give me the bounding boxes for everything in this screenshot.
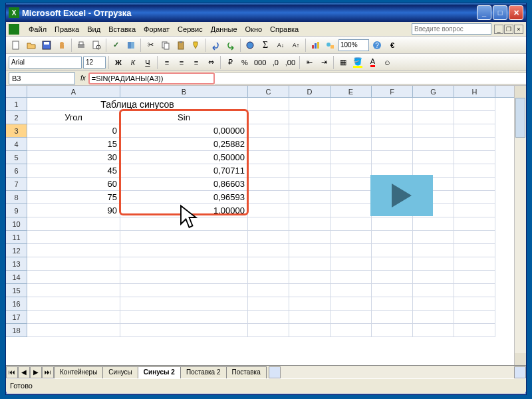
cell[interactable] bbox=[289, 297, 331, 311]
col-header-E[interactable]: E bbox=[331, 86, 372, 97]
cell[interactable] bbox=[413, 217, 454, 231]
cell[interactable] bbox=[289, 124, 331, 138]
font-color-icon[interactable]: A bbox=[366, 56, 379, 69]
cell[interactable] bbox=[331, 244, 372, 257]
cell[interactable] bbox=[413, 231, 454, 244]
cell[interactable] bbox=[454, 311, 495, 324]
tab-nav-first-icon[interactable]: ⏮ bbox=[6, 366, 18, 378]
cell[interactable] bbox=[331, 311, 372, 324]
cell[interactable] bbox=[413, 284, 454, 297]
spelling-icon[interactable]: ✓ bbox=[108, 38, 123, 53]
menu-tools[interactable]: Сервис bbox=[174, 24, 207, 35]
cell[interactable] bbox=[289, 244, 331, 257]
horizontal-scrollbar[interactable] bbox=[269, 366, 526, 378]
cell[interactable] bbox=[454, 284, 495, 297]
cell[interactable] bbox=[331, 111, 372, 124]
cell[interactable] bbox=[120, 244, 248, 257]
cell[interactable] bbox=[372, 311, 413, 324]
cell[interactable] bbox=[27, 271, 120, 284]
paste-icon[interactable] bbox=[174, 38, 188, 53]
cell[interactable] bbox=[454, 324, 495, 337]
cell[interactable] bbox=[289, 324, 331, 337]
cell[interactable] bbox=[331, 231, 372, 244]
cell[interactable] bbox=[120, 231, 248, 244]
cell[interactable] bbox=[27, 324, 120, 337]
row-header[interactable]: 10 bbox=[6, 217, 27, 231]
cell[interactable] bbox=[413, 98, 454, 111]
underline-button[interactable]: Ч bbox=[141, 56, 154, 69]
cell[interactable] bbox=[289, 178, 331, 191]
cell[interactable] bbox=[413, 244, 454, 257]
cell[interactable] bbox=[413, 324, 454, 337]
cell[interactable] bbox=[331, 284, 372, 297]
cell[interactable] bbox=[289, 231, 331, 244]
currency-icon[interactable]: ₽ bbox=[223, 56, 237, 69]
play-shape[interactable] bbox=[370, 175, 433, 216]
cell[interactable] bbox=[454, 151, 495, 164]
cell[interactable] bbox=[248, 257, 289, 271]
cell[interactable] bbox=[331, 164, 372, 178]
open-icon[interactable] bbox=[24, 38, 39, 53]
cell[interactable] bbox=[27, 284, 120, 297]
cell[interactable] bbox=[289, 257, 331, 271]
borders-icon[interactable]: ▦ bbox=[336, 56, 350, 69]
cell[interactable] bbox=[248, 124, 289, 138]
cell[interactable] bbox=[413, 297, 454, 311]
cell[interactable] bbox=[27, 231, 120, 244]
name-box[interactable]: B3 bbox=[9, 72, 75, 84]
cell[interactable] bbox=[372, 231, 413, 244]
euro-icon[interactable]: € bbox=[385, 38, 400, 53]
cell[interactable] bbox=[331, 151, 372, 164]
maximize-button[interactable]: □ bbox=[493, 5, 507, 20]
cell[interactable] bbox=[413, 138, 454, 151]
row-header[interactable]: 3 bbox=[6, 124, 27, 138]
cell[interactable] bbox=[248, 231, 289, 244]
row-header[interactable]: 6 bbox=[6, 164, 27, 178]
sheet-tab-active[interactable]: Синусы 2 bbox=[138, 366, 181, 378]
font-size-combobox[interactable]: 12 bbox=[83, 57, 106, 68]
cell[interactable] bbox=[248, 111, 289, 124]
cell[interactable] bbox=[248, 164, 289, 178]
cell[interactable]: 90 bbox=[27, 204, 120, 217]
font-name-combobox[interactable]: Arial bbox=[9, 57, 82, 68]
bold-button[interactable]: Ж bbox=[112, 56, 125, 69]
tab-nav-last-icon[interactable]: ⏭ bbox=[42, 366, 54, 378]
col-header-H[interactable]: H bbox=[454, 86, 495, 97]
worksheet-grid[interactable]: A B C D E F G H 1 Таблица синусов 2 Угол… bbox=[6, 86, 526, 365]
hscroll-left-icon[interactable] bbox=[269, 366, 281, 378]
save-icon[interactable] bbox=[39, 38, 54, 53]
sheet-tab[interactable]: Контейнеры bbox=[54, 366, 103, 378]
cell[interactable] bbox=[289, 151, 331, 164]
sheet-tab[interactable]: Поставка bbox=[226, 366, 267, 378]
cell[interactable] bbox=[248, 98, 289, 111]
cell-header-angle[interactable]: Угол bbox=[27, 111, 120, 124]
select-all-corner[interactable] bbox=[6, 86, 27, 97]
cell[interactable] bbox=[120, 217, 248, 231]
cell[interactable]: 75 bbox=[27, 191, 120, 204]
zoom-combobox[interactable]: 100% bbox=[338, 39, 369, 51]
cell[interactable] bbox=[248, 204, 289, 217]
cell[interactable] bbox=[413, 271, 454, 284]
cell[interactable] bbox=[454, 138, 495, 151]
sort-asc-icon[interactable]: A↓ bbox=[273, 38, 288, 53]
cell[interactable] bbox=[248, 324, 289, 337]
menu-insert[interactable]: Вставка bbox=[104, 24, 140, 35]
cell[interactable] bbox=[331, 297, 372, 311]
cell[interactable] bbox=[331, 178, 372, 191]
row-header[interactable]: 7 bbox=[6, 178, 27, 191]
permission-icon[interactable] bbox=[55, 38, 69, 53]
col-header-D[interactable]: D bbox=[289, 86, 331, 97]
row-header[interactable]: 9 bbox=[6, 204, 27, 217]
cell[interactable] bbox=[413, 311, 454, 324]
cell[interactable] bbox=[120, 324, 248, 337]
cell[interactable]: 30 bbox=[27, 151, 120, 164]
cell[interactable] bbox=[120, 311, 248, 324]
cell[interactable] bbox=[454, 204, 495, 217]
sheet-tab[interactable]: Синусы bbox=[102, 366, 138, 378]
cell[interactable]: 0,70711 bbox=[120, 164, 248, 178]
fx-icon[interactable]: fx bbox=[78, 74, 88, 82]
row-header[interactable]: 1 bbox=[6, 98, 27, 111]
cell[interactable] bbox=[372, 257, 413, 271]
cell[interactable] bbox=[27, 311, 120, 324]
cell[interactable] bbox=[289, 138, 331, 151]
